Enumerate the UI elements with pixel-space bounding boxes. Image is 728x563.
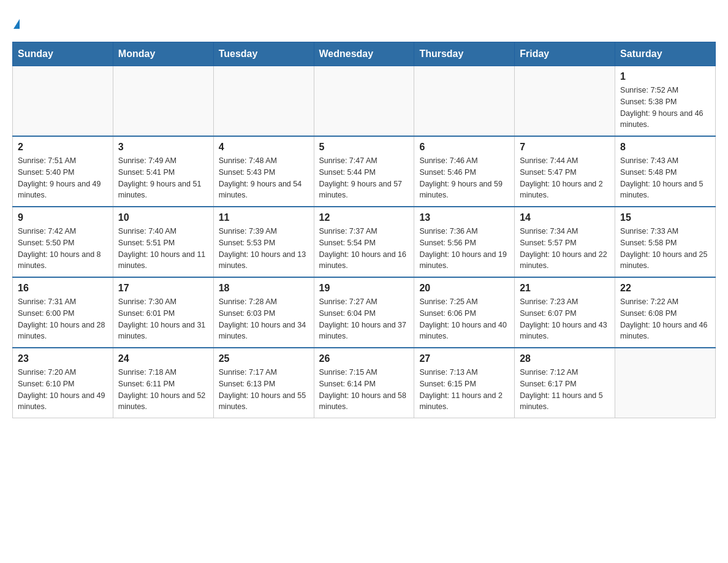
- calendar-cell: [213, 66, 314, 137]
- day-info: Sunrise: 7:44 AMSunset: 5:47 PMDaylight:…: [520, 155, 610, 201]
- day-info: Sunrise: 7:42 AMSunset: 5:50 PMDaylight:…: [18, 226, 108, 272]
- calendar-cell: 4Sunrise: 7:48 AMSunset: 5:43 PMDaylight…: [213, 136, 314, 207]
- calendar-cell: [314, 66, 414, 137]
- calendar-cell: 8Sunrise: 7:43 AMSunset: 5:48 PMDaylight…: [615, 136, 716, 207]
- calendar-cell: 23Sunrise: 7:20 AMSunset: 6:10 PMDayligh…: [13, 348, 113, 418]
- day-header-wednesday: Wednesday: [314, 42, 414, 66]
- day-info: Sunrise: 7:27 AMSunset: 6:04 PMDaylight:…: [319, 296, 409, 342]
- day-info: Sunrise: 7:18 AMSunset: 6:11 PMDaylight:…: [118, 367, 208, 413]
- day-number: 22: [620, 283, 710, 294]
- day-header-monday: Monday: [113, 42, 213, 66]
- day-info: Sunrise: 7:17 AMSunset: 6:13 PMDaylight:…: [219, 367, 309, 413]
- day-number: 28: [520, 353, 610, 364]
- day-info: Sunrise: 7:37 AMSunset: 5:54 PMDaylight:…: [319, 226, 409, 272]
- day-number: 11: [219, 212, 309, 223]
- calendar-cell: 5Sunrise: 7:47 AMSunset: 5:44 PMDaylight…: [314, 136, 414, 207]
- calendar-cell: 15Sunrise: 7:33 AMSunset: 5:58 PMDayligh…: [615, 207, 716, 277]
- calendar-cell: 24Sunrise: 7:18 AMSunset: 6:11 PMDayligh…: [113, 348, 213, 418]
- calendar-cell: 6Sunrise: 7:46 AMSunset: 5:46 PMDaylight…: [414, 136, 515, 207]
- day-info: Sunrise: 7:25 AMSunset: 6:06 PMDaylight:…: [419, 296, 509, 342]
- day-info: Sunrise: 7:46 AMSunset: 5:46 PMDaylight:…: [419, 155, 509, 201]
- day-number: 7: [520, 142, 610, 153]
- day-number: 24: [118, 353, 208, 364]
- day-info: Sunrise: 7:13 AMSunset: 6:15 PMDaylight:…: [419, 367, 509, 413]
- day-info: Sunrise: 7:20 AMSunset: 6:10 PMDaylight:…: [18, 367, 108, 413]
- calendar-cell: 1Sunrise: 7:52 AMSunset: 5:38 PMDaylight…: [615, 66, 716, 137]
- calendar-cell: 9Sunrise: 7:42 AMSunset: 5:50 PMDaylight…: [13, 207, 113, 277]
- day-number: 2: [18, 142, 108, 153]
- page-header: [12, 12, 716, 29]
- day-info: Sunrise: 7:40 AMSunset: 5:51 PMDaylight:…: [118, 226, 208, 272]
- calendar-cell: 2Sunrise: 7:51 AMSunset: 5:40 PMDaylight…: [13, 136, 113, 207]
- day-info: Sunrise: 7:22 AMSunset: 6:08 PMDaylight:…: [620, 296, 710, 342]
- day-info: Sunrise: 7:36 AMSunset: 5:56 PMDaylight:…: [419, 226, 509, 272]
- calendar-week-row: 23Sunrise: 7:20 AMSunset: 6:10 PMDayligh…: [13, 348, 716, 418]
- day-number: 15: [620, 212, 710, 223]
- day-number: 20: [419, 283, 509, 294]
- day-number: 8: [620, 142, 710, 153]
- day-info: Sunrise: 7:31 AMSunset: 6:00 PMDaylight:…: [18, 296, 108, 342]
- calendar-header-row: SundayMondayTuesdayWednesdayThursdayFrid…: [13, 42, 716, 66]
- calendar-cell: 17Sunrise: 7:30 AMSunset: 6:01 PMDayligh…: [113, 277, 213, 348]
- day-number: 6: [419, 142, 509, 153]
- day-number: 16: [18, 283, 108, 294]
- day-info: Sunrise: 7:28 AMSunset: 6:03 PMDaylight:…: [219, 296, 309, 342]
- calendar-cell: 16Sunrise: 7:31 AMSunset: 6:00 PMDayligh…: [13, 277, 113, 348]
- logo-triangle-icon: [13, 19, 20, 29]
- calendar-cell: [515, 66, 615, 137]
- day-number: 14: [520, 212, 610, 223]
- calendar-table: SundayMondayTuesdayWednesdayThursdayFrid…: [12, 42, 716, 418]
- day-info: Sunrise: 7:51 AMSunset: 5:40 PMDaylight:…: [18, 155, 108, 201]
- calendar-cell: 27Sunrise: 7:13 AMSunset: 6:15 PMDayligh…: [414, 348, 515, 418]
- calendar-cell: 10Sunrise: 7:40 AMSunset: 5:51 PMDayligh…: [113, 207, 213, 277]
- day-header-sunday: Sunday: [13, 42, 113, 66]
- calendar-week-row: 9Sunrise: 7:42 AMSunset: 5:50 PMDaylight…: [13, 207, 716, 277]
- calendar-cell: 18Sunrise: 7:28 AMSunset: 6:03 PMDayligh…: [213, 277, 314, 348]
- day-info: Sunrise: 7:34 AMSunset: 5:57 PMDaylight:…: [520, 226, 610, 272]
- calendar-cell: 14Sunrise: 7:34 AMSunset: 5:57 PMDayligh…: [515, 207, 615, 277]
- day-number: 19: [319, 283, 409, 294]
- logo: [12, 12, 20, 29]
- day-info: Sunrise: 7:30 AMSunset: 6:01 PMDaylight:…: [118, 296, 208, 342]
- day-info: Sunrise: 7:33 AMSunset: 5:58 PMDaylight:…: [620, 226, 710, 272]
- calendar-cell: [13, 66, 113, 137]
- calendar-cell: [615, 348, 716, 418]
- calendar-cell: 20Sunrise: 7:25 AMSunset: 6:06 PMDayligh…: [414, 277, 515, 348]
- day-info: Sunrise: 7:49 AMSunset: 5:41 PMDaylight:…: [118, 155, 208, 201]
- day-header-saturday: Saturday: [615, 42, 716, 66]
- day-number: 18: [219, 283, 309, 294]
- calendar-cell: 19Sunrise: 7:27 AMSunset: 6:04 PMDayligh…: [314, 277, 414, 348]
- calendar-week-row: 1Sunrise: 7:52 AMSunset: 5:38 PMDaylight…: [13, 66, 716, 137]
- day-number: 21: [520, 283, 610, 294]
- calendar-cell: 7Sunrise: 7:44 AMSunset: 5:47 PMDaylight…: [515, 136, 615, 207]
- day-number: 23: [18, 353, 108, 364]
- day-number: 4: [219, 142, 309, 153]
- day-info: Sunrise: 7:43 AMSunset: 5:48 PMDaylight:…: [620, 155, 710, 201]
- day-number: 1: [620, 71, 710, 82]
- calendar-cell: [414, 66, 515, 137]
- calendar-cell: 28Sunrise: 7:12 AMSunset: 6:17 PMDayligh…: [515, 348, 615, 418]
- day-info: Sunrise: 7:48 AMSunset: 5:43 PMDaylight:…: [219, 155, 309, 201]
- calendar-cell: [113, 66, 213, 137]
- calendar-cell: 26Sunrise: 7:15 AMSunset: 6:14 PMDayligh…: [314, 348, 414, 418]
- day-header-thursday: Thursday: [414, 42, 515, 66]
- day-number: 27: [419, 353, 509, 364]
- calendar-cell: 13Sunrise: 7:36 AMSunset: 5:56 PMDayligh…: [414, 207, 515, 277]
- calendar-week-row: 16Sunrise: 7:31 AMSunset: 6:00 PMDayligh…: [13, 277, 716, 348]
- calendar-cell: 21Sunrise: 7:23 AMSunset: 6:07 PMDayligh…: [515, 277, 615, 348]
- day-header-friday: Friday: [515, 42, 615, 66]
- day-number: 3: [118, 142, 208, 153]
- day-info: Sunrise: 7:12 AMSunset: 6:17 PMDaylight:…: [520, 367, 610, 413]
- day-number: 9: [18, 212, 108, 223]
- day-number: 17: [118, 283, 208, 294]
- calendar-cell: 22Sunrise: 7:22 AMSunset: 6:08 PMDayligh…: [615, 277, 716, 348]
- day-number: 12: [319, 212, 409, 223]
- calendar-week-row: 2Sunrise: 7:51 AMSunset: 5:40 PMDaylight…: [13, 136, 716, 207]
- day-header-tuesday: Tuesday: [213, 42, 314, 66]
- day-info: Sunrise: 7:47 AMSunset: 5:44 PMDaylight:…: [319, 155, 409, 201]
- day-number: 13: [419, 212, 509, 223]
- day-info: Sunrise: 7:23 AMSunset: 6:07 PMDaylight:…: [520, 296, 610, 342]
- calendar-cell: 3Sunrise: 7:49 AMSunset: 5:41 PMDaylight…: [113, 136, 213, 207]
- day-number: 10: [118, 212, 208, 223]
- day-number: 5: [319, 142, 409, 153]
